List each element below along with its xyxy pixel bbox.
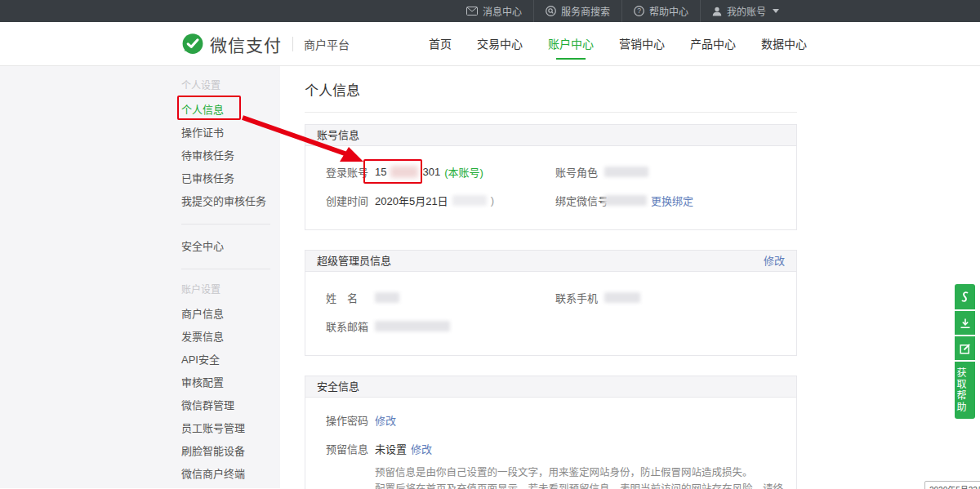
topbar-item-my-account[interactable]: 我的账号: [700, 0, 791, 22]
main-content: 个人信息 账号信息 登录账号 15301 (本账号): [280, 66, 980, 488]
wechat-pay-merchant-portal: 消息中心 服务商搜索 ? 帮助中心 我的账号: [0, 0, 980, 489]
section-security-info: 安全信息 操作密码 修改 预留信息: [305, 376, 797, 489]
section-account-info: 账号信息 登录账号 15301 (本账号) 账号角色: [305, 124, 797, 230]
field-label: 预留信息: [326, 441, 375, 456]
sidebar-item-reviewed-tasks[interactable]: 已审核任务: [181, 167, 270, 190]
field-created-time: 创建时间 2020年5月21日 ): [326, 193, 555, 208]
redacted-created-time: [452, 195, 487, 206]
change-binding-link[interactable]: 更换绑定: [651, 193, 693, 208]
topbar-item-provider-search[interactable]: 服务商搜索: [533, 0, 621, 22]
date-tooltip: 2020年5月22日: [924, 481, 980, 489]
redacted-admin-email: [375, 321, 450, 331]
field-login-account: 登录账号 15301 (本账号): [326, 164, 555, 180]
reserved-info-hints: 预留信息是由你自己设置的一段文字，用来鉴定网站身份，防止假冒网站造成损失。 配置…: [326, 467, 785, 489]
link-icon[interactable]: [955, 284, 975, 309]
sidebar-item-invoice-info[interactable]: 发票信息: [181, 326, 270, 349]
sidebar-item-face-smart-device[interactable]: 刷脸智能设备: [181, 440, 270, 463]
this-account-note: (本账号): [444, 164, 483, 180]
topbar: 消息中心 服务商搜索 ? 帮助中心 我的账号: [0, 0, 980, 22]
sidebar-item-wechat-merchant-terminal[interactable]: 微信商户终端: [181, 463, 270, 486]
section-title: 账号信息: [317, 125, 359, 145]
redacted-login-middle: [390, 166, 418, 178]
main-nav: 首页 交易中心 账户中心 营销中心 产品中心 数据中心: [429, 22, 807, 66]
section-security-info-header: 安全信息: [305, 376, 796, 398]
help-icon: ?: [634, 6, 644, 16]
field-account-role: 账号角色: [555, 164, 785, 180]
field-label: 绑定微信号: [555, 193, 604, 208]
paren: ): [491, 194, 494, 207]
login-prefix: 15: [375, 166, 386, 178]
search-icon: [546, 6, 556, 16]
svg-text:?: ?: [637, 7, 641, 15]
section-title: 安全信息: [317, 376, 359, 397]
logo[interactable]: 微信支付 商户平台: [181, 32, 350, 56]
header: 微信支付 商户平台 首页 交易中心 账户中心 营销中心 产品中心 数据中心: [0, 22, 980, 66]
sidebar-item-review-config[interactable]: 审核配置: [181, 371, 270, 394]
logo-text: 微信支付: [210, 32, 282, 56]
redacted-admin-phone: [604, 292, 640, 303]
sidebar-divider: [181, 269, 270, 269]
sidebar-divider: [181, 224, 270, 224]
created-time-value: 2020年5月21日: [375, 193, 448, 208]
admin-modify-link[interactable]: 修改: [764, 251, 785, 271]
topbar-item-label: 服务商搜索: [561, 4, 610, 18]
wechat-pay-logo-icon: [181, 33, 204, 56]
floating-help-widget: 获取帮助: [955, 284, 975, 419]
topbar-item-label: 我的账号: [727, 4, 766, 18]
nav-item-marketing-center[interactable]: 营销中心: [619, 22, 665, 66]
sidebar-item-my-submitted-tasks[interactable]: 我提交的审核任务: [181, 190, 270, 213]
sidebar-item-security-center[interactable]: 安全中心: [181, 235, 270, 258]
login-account-value: 15301 (本账号): [375, 164, 483, 180]
section-security-info-body: 操作密码 修改 预留信息 未设置 修改: [305, 398, 796, 489]
topbar-item-message-center[interactable]: 消息中心: [455, 0, 533, 22]
section-admin-info-body: 姓 名 联系手机 联系邮箱: [305, 272, 796, 355]
portal-name: 商户平台: [304, 36, 350, 52]
field-bound-wechat: 绑定微信号 更换绑定: [555, 193, 785, 208]
section-admin-info-header: 超级管理员信息 修改: [305, 251, 796, 272]
sidebar: 个人设置 个人信息 操作证书 待审核任务 已审核任务 我提交的审核任务 安全中心…: [0, 66, 280, 488]
nav-item-data-center[interactable]: 数据中心: [761, 22, 807, 66]
sidebar-item-operation-certificate[interactable]: 操作证书: [181, 122, 270, 144]
nav-item-home[interactable]: 首页: [429, 22, 452, 66]
edit-icon[interactable]: [955, 335, 975, 360]
topbar-item-help-center[interactable]: ? 帮助中心: [621, 0, 700, 22]
field-label: 联系邮箱: [326, 318, 375, 334]
section-admin-info: 超级管理员信息 修改 姓 名 联系手机: [305, 250, 797, 356]
section-account-info-header: 账号信息: [305, 125, 796, 146]
download-icon[interactable]: [955, 309, 975, 335]
sidebar-item-personal-info[interactable]: 个人信息: [181, 99, 270, 122]
redacted-admin-name: [375, 292, 399, 303]
field-admin-phone: 联系手机: [555, 290, 785, 305]
reserved-info-modify-link[interactable]: 修改: [411, 441, 432, 456]
sidebar-group-account-settings: 账户设置: [181, 280, 270, 300]
nav-item-product-center[interactable]: 产品中心: [690, 22, 736, 66]
sidebar-item-merchant-info[interactable]: 商户信息: [181, 303, 270, 326]
password-modify-link[interactable]: 修改: [375, 412, 396, 428]
redacted-role-value: [604, 167, 648, 177]
nav-item-account-center[interactable]: 账户中心: [548, 22, 594, 66]
sidebar-group-personal-settings: 个人设置: [181, 76, 270, 96]
section-title: 超级管理员信息: [317, 251, 391, 271]
sidebar-item-staff-account-management[interactable]: 员工账号管理: [181, 417, 270, 440]
section-account-info-body: 登录账号 15301 (本账号) 账号角色: [305, 146, 796, 229]
login-suffix: 301: [422, 166, 440, 178]
field-admin-email: 联系邮箱: [326, 318, 561, 334]
field-label: 登录账号: [326, 164, 375, 180]
field-label: 账号角色: [555, 164, 604, 180]
topbar-item-label: 帮助中心: [649, 4, 688, 18]
nav-item-transaction-center[interactable]: 交易中心: [477, 22, 523, 66]
field-label: 联系手机: [555, 290, 604, 305]
sidebar-item-wechat-group-management[interactable]: 微信群管理: [181, 394, 270, 417]
reserved-info-status: 未设置: [375, 441, 407, 456]
get-help-button[interactable]: 获取帮助: [955, 360, 975, 419]
hint-line: 预留信息是由你自己设置的一段文字，用来鉴定网站身份，防止假冒网站造成损失。: [375, 467, 785, 480]
sidebar-item-pending-review-tasks[interactable]: 待审核任务: [181, 144, 270, 167]
hint-line: 配置后将在首页及充值页面显示。若未看到预留信息，表明当前访问的网站存在风险，请终…: [375, 483, 785, 489]
chevron-down-icon: [773, 9, 779, 13]
page-body: 个人设置 个人信息 操作证书 待审核任务 已审核任务 我提交的审核任务 安全中心…: [0, 66, 980, 488]
field-admin-name: 姓 名: [326, 290, 555, 305]
page-title: 个人信息: [305, 79, 797, 113]
field-label: 姓 名: [326, 290, 375, 305]
user-icon: [712, 7, 722, 16]
sidebar-item-api-security[interactable]: API安全: [181, 349, 270, 371]
